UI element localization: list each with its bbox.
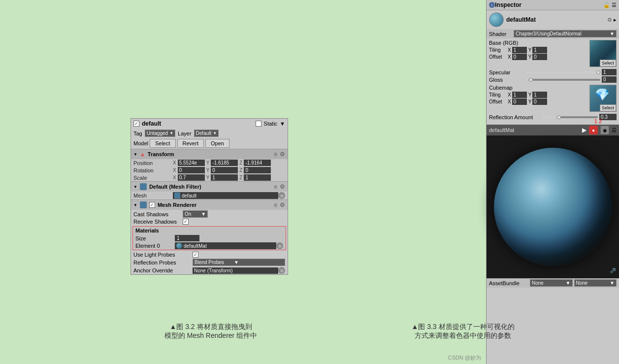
base-rgb-section: Base (RGB) Tiling X Y Offset X <box>487 38 619 68</box>
navigate-container: ⇗ <box>609 265 617 276</box>
gloss-row: Gloss 0 <box>487 76 619 83</box>
shader-dropdown-arrow: ▼ <box>610 31 615 36</box>
materials-box: Materials Size 1 Element 0 defaultMat ◎ <box>132 226 286 250</box>
mesh-filter-section-header[interactable]: ▼ Default (Mesh Filter) ⎘ ⚙ <box>131 181 288 192</box>
element-value-field[interactable]: defaultMat <box>175 242 276 249</box>
scale-z-field[interactable] <box>244 174 271 181</box>
base-rgb-label: Base (RGB) <box>489 40 588 46</box>
tiling-y-field[interactable] <box>532 47 547 53</box>
position-label: Position <box>133 160 173 166</box>
cubemap-offset-y-field[interactable] <box>532 99 547 105</box>
menu-icon[interactable]: ☰ <box>612 2 617 8</box>
transform-gear-icon[interactable]: ⚙ <box>280 151 285 158</box>
cast-shadows-dropdown[interactable]: On ▼ <box>183 210 208 218</box>
eye-button-1[interactable]: ● <box>589 126 598 134</box>
pos-y-field[interactable] <box>211 160 238 166</box>
reflection-amount-value: 0.3 <box>599 114 617 120</box>
lock-icon[interactable]: 🔒 <box>603 2 610 8</box>
navigate-icon[interactable]: ⇗ <box>609 265 617 275</box>
object-name-field[interactable]: default <box>142 120 253 127</box>
rot-x-field[interactable] <box>178 167 205 173</box>
static-dropdown[interactable]: ▼ <box>280 121 285 127</box>
scale-y-field[interactable] <box>211 174 238 181</box>
reflection-probes-label: Reflection Probes <box>133 260 193 265</box>
cubemap-select-button[interactable]: Select <box>600 104 616 111</box>
transform-copy-icon: ⎘ <box>274 152 277 157</box>
cubemap-tiling-row: Tiling X Y <box>489 92 588 98</box>
cubemap-tiling-x-group: X <box>508 92 527 98</box>
material-icons: ⚙ ▸ <box>607 17 617 23</box>
play-button[interactable]: ▶ <box>582 127 586 133</box>
material-settings-icon[interactable]: ⚙ <box>607 17 612 23</box>
gloss-slider-fill <box>525 79 529 81</box>
meshrenderer-copy-icon: ⎘ <box>274 202 277 208</box>
tiling-x-group: X <box>508 47 527 53</box>
cubemap-tiling-y-field[interactable] <box>532 92 547 98</box>
eye-button-2[interactable]: ◉ <box>600 126 609 134</box>
use-light-checkbox[interactable]: ✓ <box>193 252 198 258</box>
meshfilter-gear-icon[interactable]: ⚙ <box>280 183 285 190</box>
mesh-renderer-active-checkbox[interactable]: ✓ <box>149 202 155 208</box>
cast-shadows-label: Cast Shadows <box>133 211 183 217</box>
specular-slider[interactable] <box>525 71 600 73</box>
layer-dropdown[interactable]: Default ▼ <box>194 130 219 137</box>
cubemap-tiling-x-field[interactable] <box>512 92 527 98</box>
pos-x-field[interactable] <box>178 160 205 166</box>
meshfilter-copy-icon: ⎘ <box>274 184 277 190</box>
materials-header: Materials <box>133 227 286 234</box>
reflection-probes-dropdown[interactable]: Blend Probes ▼ <box>193 259 285 266</box>
anchor-select-btn[interactable]: ◎ <box>278 267 285 274</box>
element-select-btn[interactable]: ◎ <box>276 242 283 249</box>
gloss-slider[interactable] <box>525 79 600 81</box>
select-button[interactable]: Select <box>150 139 176 148</box>
offset-row: Offset X Y <box>489 54 588 60</box>
meshrenderer-gear-icon[interactable]: ⚙ <box>280 201 285 208</box>
receive-shadows-checkbox[interactable]: ✓ <box>183 219 189 225</box>
mesh-value-field[interactable]: default <box>173 192 278 199</box>
transform-section-header[interactable]: ▼ ▲ Transform ⎘ ⚙ <box>131 149 288 159</box>
tiling-y-label: Y <box>528 47 532 53</box>
use-light-row: Use Light Probes ✓ <box>131 251 288 258</box>
gloss-slider-thumb <box>529 78 533 82</box>
caption-right-line1: ▲图 3.3 材质提供了一种可视化的 <box>379 323 547 331</box>
revert-button[interactable]: Revert <box>177 139 204 148</box>
rot-z-field[interactable] <box>244 167 271 173</box>
scale-x-field[interactable] <box>178 174 205 181</box>
cubemap-tiling-x-label: X <box>508 92 511 98</box>
numbers-label: 1 2 <box>594 118 602 124</box>
tag-dropdown[interactable]: Untagged ▼ <box>145 130 175 137</box>
static-checkbox[interactable] <box>256 121 261 127</box>
object-active-checkbox[interactable]: ✓ <box>133 121 139 127</box>
specular-label: Specular <box>489 69 523 75</box>
mesh-select-btn[interactable]: ◎ <box>278 192 285 199</box>
cubemap-offset-x-field[interactable] <box>512 99 527 105</box>
offset-x-field[interactable] <box>512 54 527 60</box>
open-button[interactable]: Open <box>205 139 229 148</box>
mesh-filter-title: Default (Mesh Filter) <box>149 184 201 190</box>
position-values: X Y Z <box>173 160 285 166</box>
material-name: defaultMat <box>506 16 605 23</box>
hamburger-icon[interactable]: ☰ <box>612 127 617 133</box>
reflection-amount-label: Reflection Amount <box>489 114 538 120</box>
mesh-renderer-title: Mesh Renderer <box>158 202 196 208</box>
right-inspector-panel: i Inspector 🔒 ☰ defaultMat ⚙ ▸ Shader Ch… <box>486 0 619 364</box>
texture-select-button[interactable]: Select <box>600 60 616 66</box>
meshrenderer-collapse-icon: ▼ <box>133 203 137 207</box>
offset-y-field[interactable] <box>532 54 547 60</box>
assetbundle-dropdown-1[interactable]: None ▼ <box>530 279 573 287</box>
caption-left: ▲图 3.2 将材质直接拖曳到 模型的 Mesh Renderer 组件中 <box>132 323 290 340</box>
pos-y-label: Y <box>206 160 210 165</box>
pos-z-field[interactable] <box>244 160 271 166</box>
size-value: 1 <box>175 235 199 241</box>
gloss-value: 0 <box>602 76 617 83</box>
rot-y-field[interactable] <box>211 167 238 173</box>
reflection-amount-slider[interactable] <box>540 116 598 118</box>
mesh-renderer-section-header[interactable]: ▼ ✓ Mesh Renderer ⎘ ⚙ <box>131 199 288 210</box>
caption-right: ▲图 3.3 材质提供了一种可视化的 方式来调整着色器中使用的参数 <box>379 323 547 340</box>
shader-dropdown[interactable]: Chapter3/UsingDefaultNormal ▼ <box>514 30 617 37</box>
material-more-icon[interactable]: ▸ <box>614 17 617 23</box>
assetbundle-dropdown-2[interactable]: None ▼ <box>574 279 617 287</box>
tiling-x-field[interactable] <box>512 47 527 53</box>
scale-label: Scale <box>133 175 173 181</box>
anchor-value-field[interactable]: None (Transform) <box>193 267 278 274</box>
